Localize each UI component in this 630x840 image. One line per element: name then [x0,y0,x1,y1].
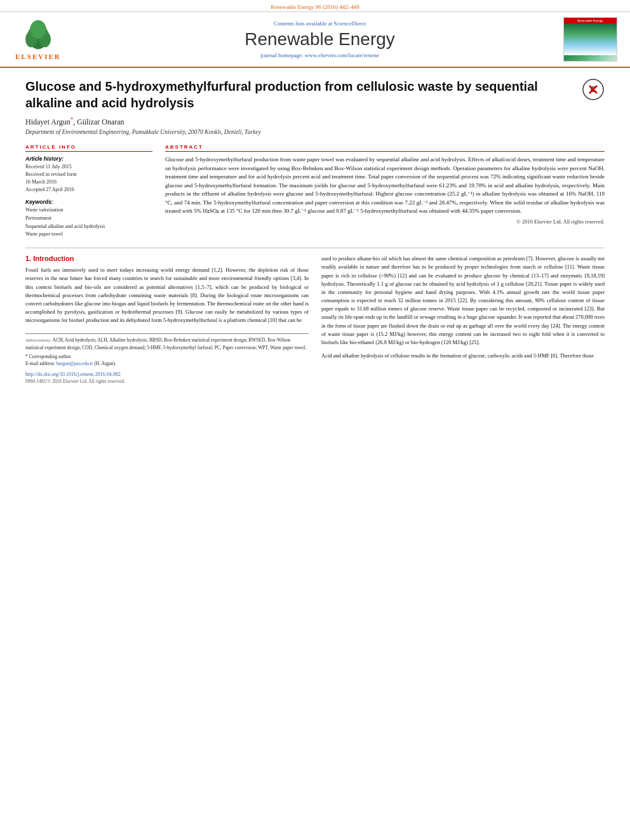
doi-link[interactable]: http://dx.doi.org/10.1016/j.renene.2016.… [25,371,309,377]
abbreviations-label: Abbreviations: [25,338,51,343]
keyword-3: Sequential alkaline and acid hydrolysis [25,223,152,231]
article-info-column: ARTICLE INFO Article history: Received 1… [25,144,152,239]
keyword-1: Waste valorization [25,206,152,215]
intro-paragraph-1: Fossil fuels are intensively used to mee… [25,266,309,324]
email-footnote: E-mail address: hargun@pau.edu.tr (H. Ar… [25,360,309,367]
accepted-date: Accepted 27 April 2016 [25,186,152,194]
intro-paragraph-2: used to produce alkane-bio oil which has… [321,255,605,347]
journal-info-center: Contents lists available at ScienceDirec… [76,20,563,58]
journal-cover-thumbnail: Renewable Energy [563,17,617,62]
body-content: 1. Introduction Fossil fuels are intensi… [25,255,605,383]
crossmark-icon: C [582,78,605,101]
abstract-section: ABSTRACT Glucose and 5-hydroxymethylfurf… [165,144,605,239]
keywords-heading: Keywords: [25,199,152,205]
article-info-abstract: ARTICLE INFO Article history: Received 1… [25,144,605,239]
section-divider [25,248,605,248]
sciencedirect-link-text: Contents lists available at ScienceDirec… [76,20,563,27]
email-label: E-mail address: [25,361,55,366]
copyright-notice: © 2016 Elsevier Ltd. All rights reserved… [165,218,605,225]
abstract-text: Glucose and 5-hydroxymethylfurfural prod… [165,156,605,216]
elsevier-logo: ELSEVIER [13,19,64,60]
keyword-4: Waste paper towel [25,230,152,239]
article-container: Glucose and 5-hydroxymethylfurfural prod… [0,68,630,397]
email-link[interactable]: hargun@pau.edu.tr [57,361,93,366]
abbreviations-footnote: Abbreviations: ACH, Acid hydrolysis; ALH… [25,337,309,351]
body-right-column: used to produce alkane-bio oil which has… [321,255,605,383]
citation-text: Renewable Energy 96 (2016) 442–449 [271,4,359,10]
abbreviations-text: ACH, Acid hydrolysis; ALH, Alkaline hydr… [25,337,306,350]
received-date: Received 11 July 2015 [25,163,152,171]
journal-title: Renewable Energy [76,29,563,50]
article-info-heading: ARTICLE INFO [25,144,152,152]
email-suffix: (H. Argun). [94,361,116,366]
issn-text: 0960-1481/© 2016 Elsevier Ltd. All right… [25,378,309,384]
sciencedirect-link[interactable]: ScienceDirect [334,20,366,27]
article-authors: Hidayet Argun*, Gülizar Onaran [25,116,605,127]
keywords-section: Keywords: Waste valorization Pretreatmen… [25,199,152,239]
svg-point-4 [30,20,46,38]
elsevier-brand-label: ELSEVIER [15,53,61,60]
article-dates: Received 11 July 2015 Received in revise… [25,163,152,194]
journal-thumb-label: Renewable Energy [564,18,617,23]
article-title-section: Glucose and 5-hydroxymethylfurfural prod… [25,78,605,111]
article-affiliation: Department of Environmental Engineering,… [25,129,605,135]
journal-citation: Renewable Energy 96 (2016) 442–449 [0,0,630,12]
journal-header: ELSEVIER Contents lists available at Sci… [0,12,630,68]
abstract-heading: ABSTRACT [165,144,605,152]
article-title: Glucose and 5-hydroxymethylfurfural prod… [25,78,569,111]
footnote-area: Abbreviations: ACH, Acid hydrolysis; ALH… [25,333,309,383]
journal-homepage-link[interactable]: www.elsevier.com/locate/renene [305,52,379,58]
journal-homepage-text: journal homepage: www.elsevier.com/locat… [76,52,563,58]
body-left-column: 1. Introduction Fossil fuels are intensi… [25,255,309,383]
revised-date: 16 March 2016 [25,178,152,186]
intro-heading: 1. Introduction [25,255,309,262]
keyword-2: Pretreatment [25,215,152,223]
intro-paragraph-3: Acid and alkaline hydrolysis of cellulos… [321,352,605,360]
elsevier-tree-icon [19,19,57,51]
corresponding-footnote: * Corresponding author. [25,353,309,360]
article-history-heading: Article history: [25,156,152,162]
corresponding-label: * Corresponding author. [25,354,72,359]
received-revised-label: Received in revised form [25,171,152,178]
